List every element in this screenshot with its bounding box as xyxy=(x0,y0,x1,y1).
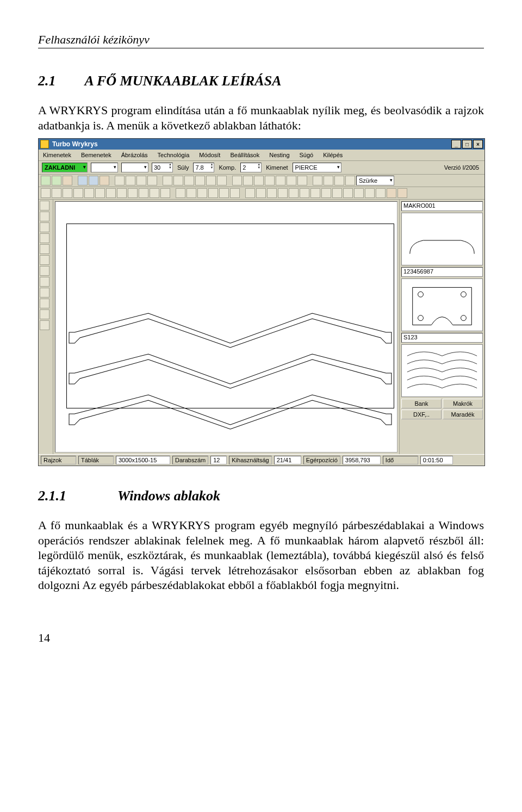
vtool-icon[interactable] xyxy=(40,244,49,254)
tool-icon[interactable] xyxy=(197,188,207,198)
tool-icon[interactable] xyxy=(52,188,61,198)
tool-icon[interactable] xyxy=(365,188,375,198)
tool-icon[interactable] xyxy=(243,176,253,185)
tool-icon[interactable] xyxy=(41,176,51,185)
vtool-icon[interactable] xyxy=(40,299,49,308)
tool-icon[interactable] xyxy=(387,188,396,198)
tool-icon[interactable] xyxy=(321,188,331,198)
vtool-icon[interactable] xyxy=(40,320,49,330)
tool-icon[interactable] xyxy=(230,188,240,198)
tool-icon[interactable] xyxy=(343,188,353,198)
tool-icon[interactable] xyxy=(117,188,127,198)
tool-icon[interactable] xyxy=(139,188,148,198)
tool-icon[interactable] xyxy=(63,176,72,185)
tool-icon[interactable] xyxy=(397,188,407,198)
tool-icon[interactable] xyxy=(217,176,227,185)
suly-spin[interactable]: 7.8 xyxy=(193,163,214,172)
tool-icon[interactable] xyxy=(163,176,172,185)
dxf-button[interactable]: DXF,.. xyxy=(401,410,442,419)
menu-kilepes[interactable]: Kilépés xyxy=(323,152,343,158)
part-name-field[interactable]: S123 xyxy=(401,333,483,343)
tool-icon[interactable] xyxy=(128,188,138,198)
thumbnail-1[interactable] xyxy=(401,213,483,265)
tool-icon[interactable] xyxy=(176,188,185,198)
maximize-button[interactable]: □ xyxy=(462,140,472,148)
tool-icon[interactable] xyxy=(219,188,229,198)
tool-icon[interactable] xyxy=(208,188,218,198)
tool-icon[interactable] xyxy=(354,188,364,198)
menu-nesting[interactable]: Nesting xyxy=(269,152,289,158)
tool-icon[interactable] xyxy=(147,176,157,185)
material-combo[interactable]: ZAKLADNI xyxy=(42,163,88,172)
komp-spin[interactable]: 2 xyxy=(240,163,262,172)
combo-2[interactable] xyxy=(91,163,118,172)
tool-icon[interactable] xyxy=(310,188,320,198)
tool-icon[interactable] xyxy=(63,188,72,198)
tool-icon[interactable] xyxy=(267,188,277,198)
menu-modosit[interactable]: Módosít xyxy=(199,152,220,158)
tool-icon[interactable] xyxy=(84,188,94,198)
tool-icon[interactable] xyxy=(287,176,296,185)
tool-icon[interactable] xyxy=(289,188,299,198)
tool-icon[interactable] xyxy=(78,176,88,185)
tool-icon[interactable] xyxy=(115,176,125,185)
tool-icon[interactable] xyxy=(150,188,159,198)
combo-3[interactable] xyxy=(121,163,148,172)
tool-icon[interactable] xyxy=(160,188,170,198)
tool-icon[interactable] xyxy=(41,188,51,198)
menu-kimenetek[interactable]: Kimenetek xyxy=(43,152,71,158)
minimize-button[interactable]: _ xyxy=(451,140,461,148)
tool-icon[interactable] xyxy=(232,176,242,185)
drawing-canvas[interactable] xyxy=(55,201,397,453)
thumbnail-3[interactable] xyxy=(401,344,483,397)
maradek-button[interactable]: Maradék xyxy=(443,410,483,419)
vtool-icon[interactable] xyxy=(40,255,49,265)
tool-icon[interactable] xyxy=(297,176,307,185)
vtool-icon[interactable] xyxy=(40,201,49,210)
tool-icon[interactable] xyxy=(173,176,183,185)
part-name-field[interactable]: 123456987 xyxy=(401,267,483,277)
tool-icon[interactable] xyxy=(245,188,255,198)
tool-icon[interactable] xyxy=(324,176,333,185)
menu-abrazolas[interactable]: Ábrázolás xyxy=(121,152,148,158)
status-rajzok[interactable]: Rajzok xyxy=(41,456,76,464)
close-button[interactable]: × xyxy=(473,140,483,148)
tool-icon[interactable] xyxy=(265,176,275,185)
tool-icon[interactable] xyxy=(73,188,83,198)
tool-icon[interactable] xyxy=(206,176,216,185)
makrok-button[interactable]: Makrók xyxy=(443,399,483,408)
color-combo[interactable]: Szürke xyxy=(356,176,394,185)
tool-icon[interactable] xyxy=(126,176,135,185)
tool-icon[interactable] xyxy=(334,176,344,185)
tool-icon[interactable] xyxy=(254,176,264,185)
tool-icon[interactable] xyxy=(95,188,105,198)
tool-icon[interactable] xyxy=(100,176,109,185)
tool-icon[interactable] xyxy=(376,188,386,198)
tool-icon[interactable] xyxy=(278,188,288,198)
tool-icon[interactable] xyxy=(89,176,98,185)
tool-icon[interactable] xyxy=(300,188,309,198)
menu-sugo[interactable]: Súgó xyxy=(300,152,314,158)
tool-icon[interactable] xyxy=(184,176,194,185)
tool-icon[interactable] xyxy=(106,188,116,198)
thumbnail-2[interactable] xyxy=(401,278,483,331)
vtool-icon[interactable] xyxy=(40,222,49,232)
menu-beallitasok[interactable]: Beállítások xyxy=(230,152,259,158)
tool-icon[interactable] xyxy=(313,176,322,185)
vtool-icon[interactable] xyxy=(40,233,49,243)
tool-icon[interactable] xyxy=(256,188,266,198)
tool-icon[interactable] xyxy=(332,188,342,198)
status-tablak[interactable]: Táblák xyxy=(78,456,114,464)
menu-bemenetek[interactable]: Bemenetek xyxy=(81,152,111,158)
bank-button[interactable]: Bank xyxy=(401,399,442,408)
qty-spin[interactable]: 30 xyxy=(152,163,173,172)
tool-icon[interactable] xyxy=(52,176,61,185)
vtool-icon[interactable] xyxy=(40,277,49,287)
vtool-icon[interactable] xyxy=(40,266,49,276)
tool-icon[interactable] xyxy=(195,176,205,185)
vtool-icon[interactable] xyxy=(40,288,49,297)
vtool-icon[interactable] xyxy=(40,309,49,319)
tool-icon[interactable] xyxy=(345,176,355,185)
kimenet-combo[interactable]: PIERCE xyxy=(293,163,341,172)
part-name-field[interactable]: MAKRO001 xyxy=(401,201,483,211)
